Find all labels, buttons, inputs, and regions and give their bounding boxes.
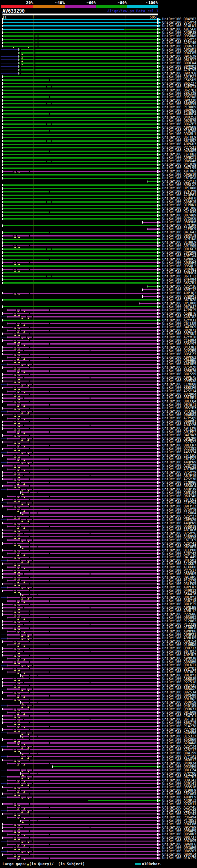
hit-label[interactable]: UniRef100_A9TB65 (162, 467, 197, 471)
hit-bar[interactable] (7, 706, 158, 706)
hit-bar[interactable] (7, 560, 158, 561)
hit-label[interactable]: UniRef100_Q69P91 (162, 420, 197, 423)
hit-label[interactable]: UniRef100_Q6ZL95 (162, 166, 197, 170)
hit-label[interactable]: UniRef100_Q9XF85 (162, 52, 197, 55)
hit-label[interactable]: UniRef100_A9U5E4 (162, 261, 197, 265)
hit-label[interactable]: UniRef100_A9PGU3 (162, 143, 197, 146)
hit-label[interactable]: UniRef100_A5B4F0 (162, 197, 197, 200)
hit-bar[interactable] (20, 702, 158, 703)
hit-label[interactable]: UniRef100_B9RME5 (162, 109, 197, 113)
hit-label[interactable]: UniRef100_Q7XAC6 (162, 217, 197, 220)
hit-bar[interactable] (7, 672, 158, 673)
hit-label[interactable]: UniRef100_Q9SBN0 (162, 34, 197, 38)
hit-bar[interactable] (2, 137, 158, 138)
hit-label[interactable]: UniRef100_Q6Z7Q1 (162, 89, 197, 92)
hit-bar[interactable] (2, 144, 158, 145)
hit-label[interactable]: UniRef100_B5A4I6 (162, 592, 197, 596)
hit-bar[interactable] (7, 370, 158, 372)
hit-bar[interactable] (2, 523, 158, 524)
hit-bar[interactable] (7, 726, 158, 727)
hit-label[interactable]: UniRef100_Q02071 (162, 329, 197, 332)
hit-bar[interactable] (7, 587, 158, 588)
hit-label[interactable]: UniRef100_A4QPN9 (162, 461, 197, 464)
hit-bar[interactable] (2, 824, 158, 825)
hit-bar[interactable] (2, 134, 158, 135)
hit-label[interactable]: UniRef100_C1E2V4 (162, 501, 197, 505)
hit-bar[interactable] (2, 408, 158, 409)
hit-bar[interactable] (7, 452, 158, 453)
hit-bar[interactable] (2, 668, 158, 670)
hit-bar[interactable] (2, 117, 158, 118)
hit-label[interactable]: UniRef100_P27522 (162, 440, 197, 444)
hit-bar[interactable] (2, 225, 158, 226)
hit-bar[interactable] (7, 316, 158, 317)
hit-bar[interactable] (7, 638, 158, 639)
hit-label[interactable]: UniRef100_A6N104 (162, 491, 197, 495)
hit-label[interactable]: UniRef100_A9NKX1 (162, 156, 197, 159)
hit-bar[interactable] (2, 299, 158, 301)
hit-label[interactable]: UniRef100_Q75VY9 (162, 471, 197, 474)
hit-label[interactable]: UniRef100_C0PS08 (162, 251, 197, 254)
hit-bar[interactable] (2, 83, 158, 84)
hit-label[interactable]: UniRef100_A2YVJ1 (162, 319, 197, 322)
hit-label[interactable]: UniRef100_A5AEI0 (162, 200, 197, 204)
hit-label[interactable]: UniRef100_B6SMV5 (162, 102, 197, 105)
hit-label[interactable]: UniRef100_Q7Y1A1 (162, 755, 197, 758)
hit-label[interactable]: UniRef100_A2SY14 (162, 390, 197, 393)
hit-label[interactable]: UniRef100_A9TV00 (162, 244, 197, 248)
hit-bar[interactable] (2, 90, 158, 91)
hit-label[interactable]: UniRef100_B2BAK8 (162, 741, 197, 745)
hit-bar[interactable] (2, 377, 158, 378)
hit-label[interactable]: UniRef100_Q6YWJ7 (162, 305, 197, 309)
hit-bar[interactable] (2, 854, 158, 855)
hit-bar[interactable] (2, 428, 158, 429)
hit-bar[interactable] (2, 803, 158, 805)
hit-label[interactable]: UniRef100_A5BBT6 (162, 312, 197, 315)
hit-bar[interactable] (2, 218, 158, 220)
hit-label[interactable]: UniRef100_A7PSQ5 (162, 416, 197, 420)
hit-label[interactable]: UniRef100_Q75VY6 (162, 532, 197, 535)
hit-label[interactable]: UniRef100_B8LS59 (162, 373, 197, 376)
hit-label[interactable]: UniRef100_Q10HC8 (162, 626, 197, 630)
hit-bar[interactable] (147, 228, 158, 230)
hit-label[interactable]: UniRef100_A9XAM1 (162, 48, 197, 52)
hit-label[interactable]: UniRef100_A2SY44 (162, 809, 197, 812)
hit-bar[interactable] (19, 59, 158, 60)
hit-label[interactable]: UniRef100_Q8RVI4 (162, 853, 197, 856)
hit-label[interactable]: UniRef100_B6TFT2 (162, 275, 197, 278)
hit-label[interactable]: UniRef100_C1K004 (162, 512, 197, 515)
hit-label[interactable]: UniRef100_A8BDJ0 (162, 677, 197, 680)
hit-label[interactable]: UniRef100_A9PGU8 (162, 126, 197, 129)
hit-label[interactable]: UniRef100_A2SY42 (162, 552, 197, 555)
hit-bar[interactable] (2, 641, 158, 642)
hit-bar[interactable] (2, 388, 158, 388)
hit-bar[interactable] (2, 327, 158, 328)
hit-bar[interactable] (7, 330, 158, 331)
hit-bar[interactable] (2, 621, 158, 622)
hit-bar[interactable] (2, 719, 158, 720)
hit-bar[interactable] (2, 421, 158, 422)
hit-label[interactable]: UniRef100_Q3B9U5 (162, 572, 197, 576)
hit-bar[interactable] (2, 722, 158, 723)
hit-label[interactable]: UniRef100_A7NTV5 (162, 68, 197, 72)
hit-bar[interactable] (2, 499, 158, 500)
hit-label[interactable]: UniRef100_C5XSU5 (162, 79, 197, 82)
hit-bar[interactable] (7, 519, 158, 520)
hit-label[interactable]: UniRef100_Q6H748 (162, 495, 197, 498)
hit-label[interactable]: UniRef100_A2SY38 (162, 477, 197, 481)
hit-bar[interactable] (2, 25, 158, 27)
hit-label[interactable]: UniRef100_Q9LKI1 (162, 663, 197, 667)
hit-bar[interactable] (2, 590, 158, 591)
hit-label[interactable]: UniRef100_A9NMJ8 (162, 657, 197, 660)
hit-bar[interactable] (2, 435, 158, 436)
hit-bar[interactable] (2, 76, 158, 77)
hit-bar[interactable] (2, 19, 158, 20)
hit-label[interactable]: UniRef100_Q8L9Y7 (162, 58, 197, 62)
hit-bar[interactable] (2, 655, 158, 656)
hit-label[interactable]: UniRef100_B6RAX2 (162, 687, 197, 691)
hit-bar[interactable] (2, 96, 158, 98)
hit-label[interactable]: UniRef100_UPI000.. (162, 302, 197, 305)
hit-label[interactable]: UniRef100_B9SEZ7 (162, 352, 197, 356)
hit-label[interactable]: UniRef100_A4URF4 (162, 113, 197, 116)
hit-bar[interactable] (7, 600, 158, 602)
